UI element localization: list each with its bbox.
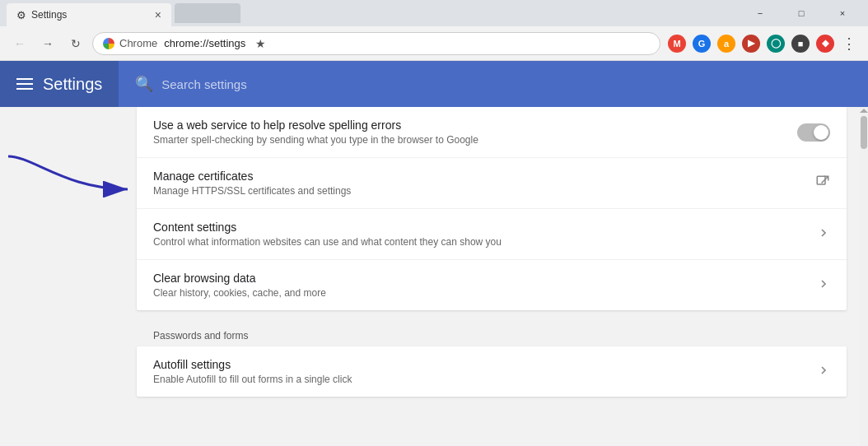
passwords-settings-card: Autofill settings Enable Autofill to fil… bbox=[137, 346, 847, 397]
clear-browsing-desc: Clear history, cookies, cache, and more bbox=[153, 287, 804, 299]
ext-red2-icon[interactable]: ◆ bbox=[814, 32, 837, 55]
maximize-button[interactable]: □ bbox=[782, 2, 820, 25]
content-area: Use a web service to help resolve spelli… bbox=[0, 107, 868, 446]
active-tab[interactable]: ⚙ Settings × bbox=[7, 3, 171, 26]
hamburger-icon bbox=[16, 78, 33, 90]
spell-check-text: Use a web service to help resolve spelli… bbox=[153, 118, 797, 146]
settings-gear-icon: ⚙ bbox=[16, 9, 26, 21]
close-button[interactable]: × bbox=[824, 2, 861, 25]
manage-certificates-item[interactable]: Manage certificates Manage HTTPS/SSL cer… bbox=[137, 158, 847, 209]
tab-strip: ⚙ Settings × bbox=[7, 2, 240, 25]
inactive-tab[interactable] bbox=[175, 3, 240, 23]
privacy-settings-card: Use a web service to help resolve spelli… bbox=[137, 107, 847, 310]
sidebar-toggle[interactable]: Settings bbox=[0, 75, 119, 94]
clear-browsing-title: Clear browsing data bbox=[153, 272, 804, 285]
search-input[interactable] bbox=[161, 77, 852, 91]
account-icon[interactable]: G bbox=[690, 32, 713, 55]
toggle-knob bbox=[814, 125, 828, 140]
content-settings-desc: Control what information websites can us… bbox=[153, 236, 804, 248]
passwords-section-label: Passwords and forms bbox=[0, 320, 868, 346]
spell-check-toggle[interactable] bbox=[797, 123, 830, 142]
clear-browsing-text: Clear browsing data Clear history, cooki… bbox=[153, 272, 804, 299]
minimize-button[interactable]: − bbox=[741, 2, 779, 25]
external-link-icon bbox=[815, 174, 830, 193]
bookmark-star-icon[interactable]: ★ bbox=[255, 37, 266, 50]
forward-button[interactable]: → bbox=[36, 32, 59, 55]
clear-browsing-item[interactable]: Clear browsing data Clear history, cooki… bbox=[137, 260, 847, 310]
spell-check-desc: Smarter spell-checking by sending what y… bbox=[153, 134, 797, 146]
ext-teal-icon[interactable]: ◯ bbox=[764, 32, 787, 55]
ext-dark-icon[interactable]: ■ bbox=[789, 32, 812, 55]
content-settings-text: Content settings Control what informatio… bbox=[153, 221, 804, 248]
url-address: chrome://settings bbox=[164, 37, 245, 49]
autofill-arrow bbox=[817, 364, 830, 380]
content-settings-arrow bbox=[817, 226, 830, 243]
search-bar[interactable]: 🔍 bbox=[119, 61, 868, 107]
toolbar-icons: M G a ▶ ◯ ■ ◆ ⋮ bbox=[665, 32, 860, 55]
spell-check-item[interactable]: Use a web service to help resolve spelli… bbox=[137, 107, 847, 158]
ext-red-icon[interactable]: ▶ bbox=[740, 32, 763, 55]
gmail-icon[interactable]: M bbox=[665, 32, 688, 55]
search-icon: 🔍 bbox=[135, 75, 153, 93]
window-controls: − □ × bbox=[741, 2, 861, 25]
autofill-title: Autofill settings bbox=[153, 358, 804, 371]
back-button[interactable]: ← bbox=[8, 32, 31, 55]
scrollbar[interactable] bbox=[860, 107, 868, 446]
address-bar: ← → ↻ Chrome chrome://settings ★ M G a ▶… bbox=[0, 26, 868, 61]
manage-certificates-title: Manage certificates bbox=[153, 170, 802, 183]
chrome-menu-button[interactable]: ⋮ bbox=[838, 35, 860, 53]
reload-button[interactable]: ↻ bbox=[64, 32, 87, 55]
main-content: Use a web service to help resolve spelli… bbox=[0, 107, 868, 446]
scroll-up-arrow[interactable] bbox=[860, 109, 868, 113]
title-bar: ⚙ Settings × − □ × bbox=[0, 0, 868, 26]
spell-check-title: Use a web service to help resolve spelli… bbox=[153, 118, 797, 132]
tab-title: Settings bbox=[31, 9, 67, 21]
url-bar[interactable]: Chrome chrome://settings ★ bbox=[92, 32, 660, 55]
manage-certificates-text: Manage certificates Manage HTTPS/SSL cer… bbox=[153, 170, 802, 197]
chrome-icon bbox=[103, 38, 114, 49]
settings-header: Settings 🔍 bbox=[0, 61, 868, 107]
autofill-text: Autofill settings Enable Autofill to fil… bbox=[153, 358, 804, 385]
content-settings-item[interactable]: Content settings Control what informatio… bbox=[137, 209, 847, 260]
autofill-item[interactable]: Autofill settings Enable Autofill to fil… bbox=[137, 346, 847, 397]
autofill-desc: Enable Autofill to fill out forms in a s… bbox=[153, 374, 804, 385]
settings-title: Settings bbox=[43, 75, 102, 94]
amazon-icon[interactable]: a bbox=[715, 32, 738, 55]
content-settings-title: Content settings bbox=[153, 221, 804, 234]
clear-browsing-arrow bbox=[817, 277, 830, 294]
url-site-label: Chrome bbox=[119, 37, 157, 49]
tab-close-button[interactable]: × bbox=[155, 8, 161, 21]
scroll-thumb[interactable] bbox=[861, 116, 867, 149]
manage-certificates-desc: Manage HTTPS/SSL certificates and settin… bbox=[153, 185, 802, 197]
